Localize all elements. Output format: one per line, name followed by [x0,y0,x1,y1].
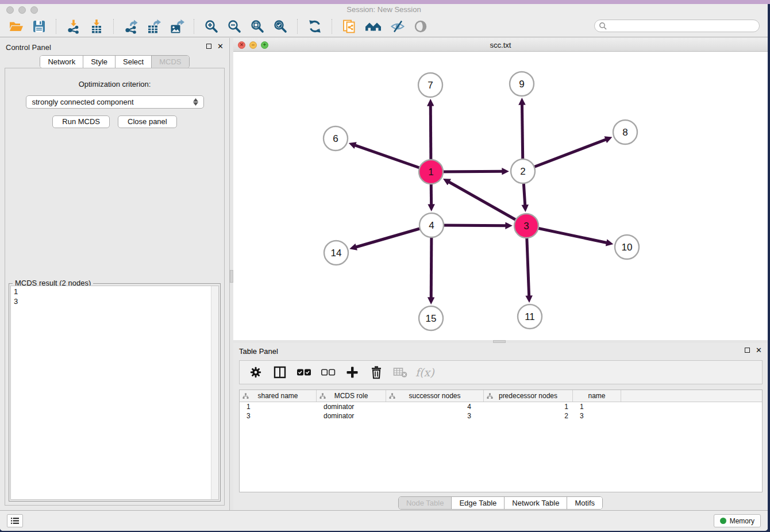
optimization-criterion-label: Optimization criterion: [5,80,224,88]
search-input[interactable] [607,21,759,30]
toolbar-separator [56,19,57,34]
network-graph[interactable]: 7968124314101511 [233,52,768,340]
export-network-button[interactable] [121,18,141,35]
gear-icon [249,366,262,379]
column-header-shared-name[interactable]: shared name [240,390,317,402]
org-chart-icon [487,393,493,399]
toolbar-separator [113,19,114,34]
graph-node-label: 8 [622,127,627,138]
graph-edge[interactable] [523,140,606,171]
hide-panels-button[interactable] [387,18,408,35]
search-field[interactable] [594,20,760,32]
import-network-icon [66,19,81,34]
network-window-titlebar: ✕ − + scc.txt [233,39,768,52]
refresh-icon [307,19,322,34]
close-panel-icon[interactable]: ✕ [756,347,762,353]
run-mcds-button[interactable]: Run MCDS [52,115,110,128]
zoom-out-icon [227,19,242,34]
column-pane-icon [273,365,287,379]
export-image-icon [170,19,184,34]
open-session-button[interactable] [6,18,26,35]
org-chart-icon [242,393,249,399]
tab-style[interactable]: Style [83,56,116,68]
control-panel: Control Panel ✕ Network Style Select MCD… [0,38,230,510]
node-table: shared name MCDS role successor nodes [239,390,763,492]
tab-node-table[interactable]: Node Table [399,497,452,509]
application-window: Session: New Session [0,4,768,531]
graph-node-label: 15 [426,313,437,324]
export-table-button[interactable] [144,18,164,35]
table-row[interactable]: 1dominator411 [240,402,762,411]
network-view-window: ✕ − + scc.txt 7968124314101511 [233,39,768,340]
float-panel-icon[interactable] [206,44,211,49]
graph-edge[interactable] [449,182,526,226]
column-layout-button[interactable] [271,363,289,381]
import-network-button[interactable] [63,18,84,35]
tab-select[interactable]: Select [116,56,152,68]
table-body: 1dominator4113dominator323 [240,402,762,421]
zoom-selected-button[interactable] [270,18,291,35]
float-panel-icon[interactable] [745,348,750,353]
tab-mcds[interactable]: MCDS [152,56,188,68]
deselect-all-button[interactable] [319,363,337,381]
houses-icon [365,19,382,34]
network-document-button[interactable] [339,18,360,35]
trash-icon [370,365,383,379]
tab-network-table[interactable]: Network Table [505,497,567,509]
home-button[interactable] [362,18,385,35]
tab-edge-table[interactable]: Edge Table [452,497,505,509]
column-header-predecessor-nodes[interactable]: predecessor nodes [484,390,573,402]
graph-node-label: 7 [428,80,433,91]
memory-label: Memory [730,517,754,525]
toolbar-separator [332,19,333,34]
main-titlebar: Session: New Session [0,4,768,16]
right-column: ✕ − + scc.txt 7968124314101511 [233,38,768,510]
zoom-in-button[interactable] [201,18,222,35]
graph-node-label: 1 [428,167,433,178]
zoom-fit-button[interactable] [247,18,268,35]
eye-slash-icon [390,19,405,34]
column-header-mcds-role[interactable]: MCDS role [317,390,386,402]
table-panel: Table Panel ✕ [233,343,768,510]
optimization-criterion-select[interactable]: strongly connected component [26,95,204,109]
close-panel-icon[interactable]: ✕ [217,43,224,49]
result-scrollbar[interactable] [211,286,218,499]
graph-node-label: 3 [523,221,529,232]
zoom-selected-icon [273,19,288,34]
task-history-button[interactable] [7,514,23,527]
memory-button[interactable]: Memory [714,514,761,527]
import-table-button[interactable] [86,18,107,35]
column-header-name[interactable]: name [573,390,621,402]
mcds-result-area[interactable]: 13 [10,286,219,500]
tab-network[interactable]: Network [40,56,83,68]
org-chart-icon [389,393,395,399]
add-column-button[interactable] [343,363,361,381]
delete-column-button[interactable] [367,363,386,381]
save-session-button[interactable] [29,18,49,35]
function-builder-button: f(x) [415,366,434,379]
network-canvas[interactable]: 7968124314101511 [233,52,768,340]
refresh-button[interactable] [305,18,325,35]
close-panel-button[interactable]: Close panel [118,115,177,128]
export-table-icon [147,19,161,34]
table-settings-button[interactable] [247,363,265,381]
graph-node-label: 4 [429,220,434,231]
graph-node-label: 11 [525,311,535,322]
zoom-out-button[interactable] [224,18,245,35]
graph-node-label: 14 [331,248,342,259]
window-title: Session: New Session [0,5,768,14]
org-chart-icon [319,393,326,399]
save-icon [32,19,47,34]
select-all-button[interactable] [295,363,313,381]
table-header-row: shared name MCDS role successor nodes [240,390,762,402]
show-graphics-button [410,18,431,35]
column-header-successor-nodes[interactable]: successor nodes [386,390,484,402]
mcds-panel: Optimization criterion: strongly connect… [5,68,225,506]
control-panel-header: Control Panel ✕ [0,41,229,55]
tab-motifs[interactable]: Motifs [567,497,602,509]
table-panel-header: Table Panel ✕ [233,345,768,358]
export-image-button[interactable] [167,18,187,35]
mcds-result-lines: 13 [11,286,218,307]
table-row[interactable]: 3dominator323 [240,411,762,421]
table-panel-title: Table Panel [239,347,278,356]
